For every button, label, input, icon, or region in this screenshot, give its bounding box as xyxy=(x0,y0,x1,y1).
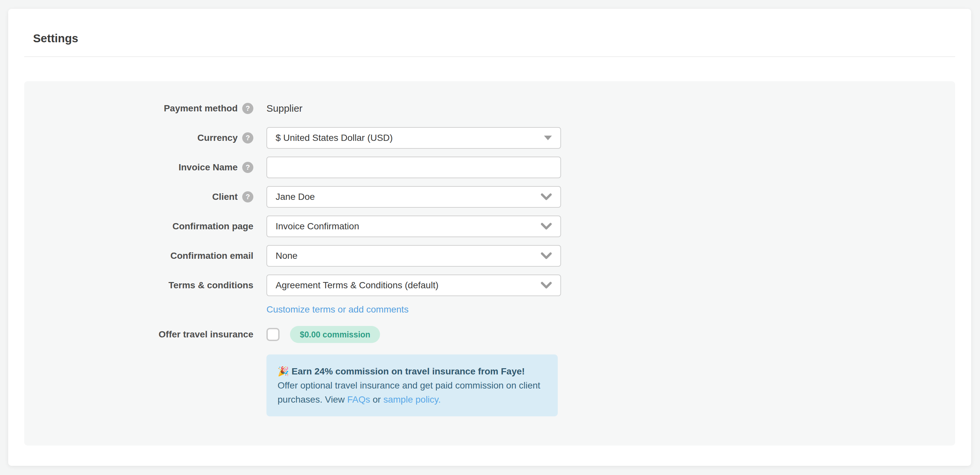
client-control-cell: Jane Doe xyxy=(266,186,561,208)
chevron-down-icon xyxy=(541,252,552,260)
payment-method-help-icon[interactable]: ? xyxy=(242,103,253,114)
invoice-name-input[interactable] xyxy=(266,156,561,178)
faqs-link[interactable]: FAQs xyxy=(347,394,370,405)
insurance-promo-row: 🎉 Earn 24% commission on travel insuranc… xyxy=(24,354,955,416)
confirmation-page-row: Confirmation page Invoice Confirmation xyxy=(24,215,955,237)
promo-or-text: or xyxy=(370,394,383,405)
client-help-icon[interactable]: ? xyxy=(242,191,253,202)
settings-form-panel: Payment method ? Supplier Currency ? $ U… xyxy=(24,81,955,446)
invoice-name-control-cell xyxy=(266,156,561,178)
confirmation-email-select[interactable]: None xyxy=(266,245,561,267)
currency-selected-value: $ United States Dollar (USD) xyxy=(275,133,393,143)
travel-insurance-control-cell: $0.00 commission xyxy=(266,326,561,343)
customize-terms-link[interactable]: Customize terms or add comments xyxy=(266,304,409,314)
party-popper-icon: 🎉 xyxy=(278,366,289,376)
confirmation-email-control-cell: None xyxy=(266,245,561,267)
chevron-down-icon xyxy=(541,223,552,230)
terms-conditions-selected-value: Agreement Terms & Conditions (default) xyxy=(275,280,439,290)
confirmation-page-label: Confirmation page xyxy=(172,221,253,232)
confirmation-page-label-cell: Confirmation page xyxy=(24,221,253,232)
terms-conditions-label-cell: Terms & conditions xyxy=(24,280,253,290)
page-title: Settings xyxy=(33,31,955,46)
client-label: Client xyxy=(212,192,238,202)
customize-terms-row: Customize terms or add comments xyxy=(24,304,955,315)
payment-method-row: Payment method ? Supplier xyxy=(24,97,955,119)
confirmation-email-label: Confirmation email xyxy=(170,250,253,261)
currency-label-cell: Currency ? xyxy=(24,132,253,143)
confirmation-page-control-cell: Invoice Confirmation xyxy=(266,215,561,237)
currency-select[interactable]: $ United States Dollar (USD) xyxy=(266,127,561,149)
chevron-down-icon xyxy=(541,193,552,201)
payment-method-label-cell: Payment method ? xyxy=(24,103,253,114)
currency-control-cell: $ United States Dollar (USD) xyxy=(266,127,561,149)
confirmation-page-select[interactable]: Invoice Confirmation xyxy=(266,215,561,237)
terms-conditions-control-cell: Agreement Terms & Conditions (default) xyxy=(266,274,561,296)
terms-conditions-row: Terms & conditions Agreement Terms & Con… xyxy=(24,274,955,296)
travel-insurance-checkbox[interactable] xyxy=(266,328,280,341)
confirmation-email-label-cell: Confirmation email xyxy=(24,250,253,261)
payment-method-value: Supplier xyxy=(266,103,302,114)
commission-badge: $0.00 commission xyxy=(290,326,380,343)
currency-label: Currency xyxy=(197,133,238,143)
confirmation-page-selected-value: Invoice Confirmation xyxy=(275,221,359,232)
currency-row: Currency ? $ United States Dollar (USD) xyxy=(24,127,955,149)
sample-policy-link[interactable]: sample policy. xyxy=(383,394,441,405)
client-selected-value: Jane Doe xyxy=(275,192,315,202)
confirmation-email-selected-value: None xyxy=(275,250,298,261)
promo-bold-text: Earn 24% commission on travel insurance … xyxy=(292,366,525,376)
terms-conditions-select[interactable]: Agreement Terms & Conditions (default) xyxy=(266,274,561,296)
client-row: Client ? Jane Doe xyxy=(24,186,955,208)
client-label-cell: Client ? xyxy=(24,191,253,202)
chevron-down-icon xyxy=(541,282,552,289)
invoice-name-help-icon[interactable]: ? xyxy=(242,162,253,173)
payment-method-value-cell: Supplier xyxy=(266,103,561,114)
terms-conditions-label: Terms & conditions xyxy=(169,280,253,290)
travel-insurance-row: Offer travel insurance $0.00 commission xyxy=(24,324,955,345)
payment-method-label: Payment method xyxy=(164,103,238,114)
travel-insurance-label-cell: Offer travel insurance xyxy=(24,329,253,340)
settings-card: Settings Payment method ? Supplier Curre… xyxy=(8,9,971,466)
invoice-name-label: Invoice Name xyxy=(178,162,238,173)
insurance-promo-box: 🎉 Earn 24% commission on travel insuranc… xyxy=(266,354,558,416)
invoice-name-label-cell: Invoice Name ? xyxy=(24,162,253,173)
currency-help-icon[interactable]: ? xyxy=(242,132,253,143)
travel-insurance-label: Offer travel insurance xyxy=(159,329,253,340)
confirmation-email-row: Confirmation email None xyxy=(24,245,955,267)
invoice-name-row: Invoice Name ? xyxy=(24,156,955,178)
client-select[interactable]: Jane Doe xyxy=(266,186,561,208)
header-divider xyxy=(24,56,955,57)
caret-down-icon xyxy=(544,135,552,140)
